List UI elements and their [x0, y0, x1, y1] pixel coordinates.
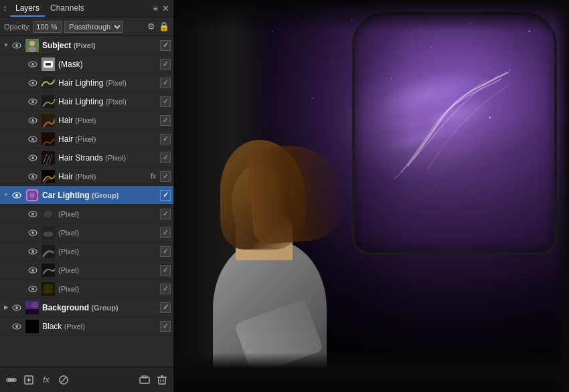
visibility-pixel1[interactable]: [27, 208, 39, 220]
delete-icon[interactable]: [155, 373, 169, 387]
svg-rect-9: [46, 63, 51, 66]
layer-background[interactable]: ▶ Background (Group): [0, 298, 173, 317]
layer-check-subject[interactable]: [160, 40, 171, 51]
panel-actions: ≡ ✕: [153, 3, 169, 13]
svg-point-60: [15, 325, 18, 328]
layer-check-hair1[interactable]: [160, 115, 171, 126]
visibility-black[interactable]: [11, 320, 23, 332]
layer-check-hl1[interactable]: [160, 78, 171, 88]
svg-point-32: [15, 194, 18, 197]
layer-pixel-2[interactable]: (Pixel): [0, 223, 173, 242]
visibility-pixel5[interactable]: [27, 283, 39, 295]
photo-background: [174, 0, 569, 392]
layer-check-hair2[interactable]: [160, 134, 171, 144]
layer-name-pixel3: (Pixel): [58, 247, 159, 256]
layer-name-pixel2: (Pixel): [58, 228, 159, 237]
new-layer-icon[interactable]: [21, 373, 36, 387]
opacity-input[interactable]: [33, 21, 62, 33]
layer-thumb-subject: [25, 38, 39, 53]
layer-black[interactable]: Black (Pixel): [0, 317, 173, 336]
car-right-frame: [553, 0, 569, 392]
layer-name-carlighting: Car Lighting (Group): [42, 191, 159, 200]
svg-rect-53: [44, 284, 53, 294]
visibility-bg[interactable]: [11, 302, 23, 314]
layer-check-pixel4[interactable]: [160, 265, 171, 276]
visibility-hair2[interactable]: [27, 133, 39, 145]
tab-channels[interactable]: Channels: [45, 1, 90, 17]
visibility-hairstrands[interactable]: [27, 152, 39, 164]
visibility-hairfx[interactable]: [27, 171, 39, 183]
svg-rect-58: [25, 309, 39, 314]
panel-close-icon[interactable]: ✕: [162, 3, 169, 13]
drag-handle[interactable]: [4, 6, 6, 11]
layer-hair-strands[interactable]: Hair Strands (Pixel): [0, 149, 173, 167]
layer-name-hl1: Hair Lighting (Pixel): [58, 78, 159, 88]
layer-name-hair1: Hair (Pixel): [58, 116, 159, 125]
layer-thumb-pixel4: [41, 263, 56, 278]
expand-placeholder: [19, 80, 25, 86]
mask-icon[interactable]: [56, 373, 71, 387]
svg-point-23: [31, 157, 34, 159]
expand-placeholder: [19, 229, 25, 236]
expand-carlighting[interactable]: ▼: [3, 192, 9, 199]
settings-icon[interactable]: ⚙: [147, 21, 155, 31]
layer-name-pixel4: (Pixel): [58, 266, 159, 275]
svg-point-37: [31, 213, 34, 215]
layer-hair-1[interactable]: Hair (Pixel): [0, 111, 173, 130]
layer-pixel-4[interactable]: (Pixel): [0, 261, 173, 280]
layer-hair-lighting-2[interactable]: Hair Lighting (Pixel): [0, 92, 173, 111]
layer-check-mask[interactable]: [160, 59, 171, 70]
layer-thumb-mask: [41, 57, 56, 72]
fx-icon[interactable]: fx: [39, 373, 54, 387]
panel-menu-icon[interactable]: ≡: [153, 3, 158, 13]
layer-name-pixel1: (Pixel): [58, 209, 159, 219]
layer-hair-2[interactable]: Hair (Pixel): [0, 130, 173, 149]
dashboard: [174, 353, 569, 392]
layer-thumb-hair2: [41, 132, 56, 146]
group-icon[interactable]: [137, 373, 152, 387]
link-icon[interactable]: [4, 373, 19, 387]
layer-name-pixel5: (Pixel): [58, 284, 159, 294]
visibility-pixel3[interactable]: [27, 246, 39, 258]
blend-mode-select[interactable]: Passthrough Normal Multiply Screen: [64, 21, 123, 33]
visibility-mask[interactable]: [27, 58, 39, 70]
layer-check-bg[interactable]: [160, 302, 171, 313]
layer-mask[interactable]: (Mask): [0, 55, 173, 74]
visibility-pixel2[interactable]: [27, 227, 39, 239]
layer-pixel-3[interactable]: (Pixel): [0, 242, 173, 261]
panel-tab-bar: Layers Channels ≡ ✕: [0, 0, 173, 17]
tab-layers[interactable]: Layers: [10, 1, 45, 17]
layer-check-hairstrands[interactable]: [160, 153, 171, 163]
layer-check-hairfx[interactable]: [160, 171, 171, 182]
layer-check-pixel1[interactable]: [160, 209, 171, 219]
layer-check-pixel3[interactable]: [160, 246, 171, 257]
expand-placeholder: [19, 267, 25, 274]
svg-point-51: [31, 288, 34, 290]
blend-icons: ⚙ 🔒: [147, 21, 169, 31]
visibility-pixel4[interactable]: [27, 264, 39, 276]
layer-check-hl2[interactable]: [160, 96, 171, 107]
layer-car-lighting[interactable]: ▼ Car Lighting (Group): [0, 186, 173, 205]
expand-placeholder: [19, 286, 25, 292]
visibility-hair1[interactable]: [27, 114, 39, 126]
layer-check-pixel5[interactable]: [160, 284, 171, 294]
layer-name-hairfx: Hair (Pixel): [58, 172, 151, 181]
visibility-carlighting[interactable]: [11, 189, 23, 201]
layer-check-black[interactable]: [160, 321, 171, 332]
layer-hair-lighting-1[interactable]: Hair Lighting (Pixel): [0, 74, 173, 92]
visibility-icon[interactable]: [11, 39, 23, 52]
svg-point-55: [15, 306, 18, 309]
layer-pixel-5[interactable]: (Pixel): [0, 280, 173, 298]
car-roof: [174, 0, 569, 31]
visibility-hl2[interactable]: [27, 96, 39, 108]
layer-name-hairstrands: Hair Strands (Pixel): [58, 153, 159, 163]
layer-subject[interactable]: ▼ Subject (Pixel): [0, 36, 173, 55]
layer-hair-fx[interactable]: Hair (Pixel) fx: [0, 167, 173, 186]
layer-check-pixel2[interactable]: [160, 227, 171, 238]
layer-check-carlighting[interactable]: [160, 190, 171, 201]
lock-icon[interactable]: 🔒: [159, 21, 169, 31]
layer-pixel-1[interactable]: (Pixel): [0, 205, 173, 223]
expand-icon[interactable]: ▼: [3, 42, 9, 49]
expand-bg[interactable]: ▶: [3, 304, 9, 311]
visibility-hl1[interactable]: [27, 77, 39, 89]
